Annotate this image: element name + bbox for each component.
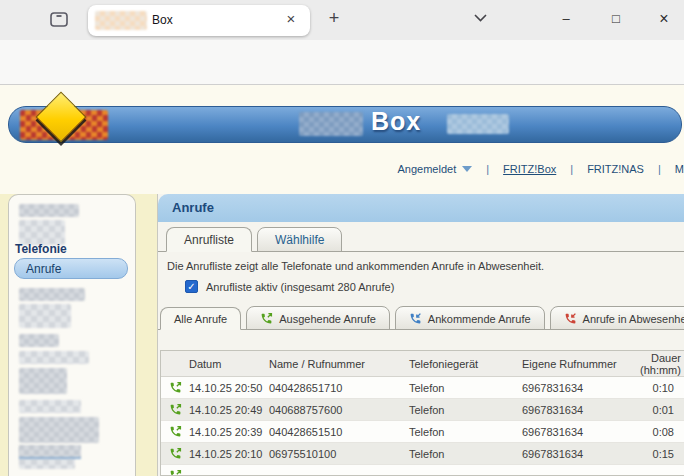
tab-waehlhilfe[interactable]: Wählhilfe bbox=[257, 227, 342, 252]
brand-prefix-redacted bbox=[299, 112, 363, 136]
sidebar-item-anrufe-active[interactable]: Anrufe bbox=[14, 258, 128, 279]
header-datum: Datum bbox=[189, 358, 269, 370]
separator: | bbox=[486, 163, 489, 175]
browser-toolbar: 80% ☆ ≡ bbox=[0, 40, 684, 85]
nav-link-fritzbox[interactable]: FRITZ!Box bbox=[503, 163, 556, 175]
main-panel: Anrufe Anrufliste Wählhilfe Die Anruflis… bbox=[157, 194, 684, 476]
sidebar-item-redacted[interactable] bbox=[19, 368, 67, 394]
cell-telefoniegeraet: Telefon bbox=[409, 382, 522, 394]
tab-close-icon[interactable]: × bbox=[280, 10, 302, 31]
phone-missed-icon bbox=[564, 312, 577, 325]
sidebar-item-redacted[interactable] bbox=[19, 351, 89, 364]
cell-dauer: 0:10 bbox=[640, 382, 684, 394]
cell-eigene-rufnummer: 6967831634 bbox=[522, 426, 640, 438]
cell-datum: 14.10.25 20:39 bbox=[189, 426, 269, 438]
filter-tab-label: Ausgehende Anrufe bbox=[279, 313, 376, 325]
cell-eigene-rufnummer: 6967831634 bbox=[522, 448, 640, 460]
description-text: Die Anrufliste zeigt alle Telefonate und… bbox=[167, 260, 544, 272]
filter-tab-label: Anrufe in Abwesenheit bbox=[583, 313, 684, 325]
tab-list-chevron-icon[interactable] bbox=[474, 14, 487, 22]
anrufliste-aktiv-checkbox[interactable]: ✓ bbox=[185, 280, 198, 293]
header-eigene-rufnummer: Eigene Rufnummer bbox=[522, 358, 640, 370]
header-telefoniegeraet: Telefoniegerät bbox=[409, 358, 522, 370]
sidebar-menu: Telefonie Anrufe bbox=[8, 194, 136, 476]
browser-tabstrip: Box × + – □ × bbox=[0, 0, 684, 40]
phone-incoming-icon bbox=[409, 312, 422, 325]
nav-link-fritznas[interactable]: FRITZ!NAS bbox=[587, 163, 644, 175]
cell-telefoniegeraet: Telefon bbox=[409, 448, 522, 460]
firefox-view-icon[interactable] bbox=[50, 12, 68, 27]
cell-telefoniegeraet: Telefon bbox=[409, 426, 522, 438]
checkbox-label: Anrufliste aktiv (insgesamt 280 Anrufe) bbox=[206, 281, 394, 293]
filter-tab-abwesenheit[interactable]: Anrufe in Abwesenheit bbox=[550, 306, 684, 330]
new-tab-button[interactable]: + bbox=[322, 8, 346, 32]
cell-name-rufnummer: 040428651710 bbox=[269, 382, 409, 394]
table-row[interactable]: 14.10.25 20:39 040428651510 Telefon 6967… bbox=[161, 421, 684, 443]
header-dauer-line1: Dauer bbox=[651, 352, 681, 364]
call-type-icon bbox=[169, 403, 182, 416]
filter-tab-label: Alle Anrufe bbox=[174, 313, 227, 325]
header-name-rufnummer: Name / Rufnummer bbox=[269, 358, 409, 370]
cell-name-rufnummer: 040428651510 bbox=[269, 426, 409, 438]
sidebar-bottom-link-redacted[interactable] bbox=[19, 445, 81, 459]
table-row[interactable]: 14.10.25 20:49 040688757600 Telefon 6967… bbox=[161, 399, 684, 421]
table-row[interactable]: 14.10.25 20:10 06975510100 Telefon 69678… bbox=[161, 443, 684, 465]
cell-datum: 14.10.25 20:50 bbox=[189, 382, 269, 394]
header-dauer-line2: (hh:mm) bbox=[640, 364, 681, 376]
logged-in-menu[interactable]: Angemeldet bbox=[398, 163, 457, 175]
cell-telefoniegeraet: Telefon bbox=[409, 404, 522, 416]
window-close-button[interactable]: × bbox=[648, 6, 680, 32]
cell-dauer: 0:01 bbox=[640, 404, 684, 416]
cell-dauer: 0:15 bbox=[640, 448, 684, 460]
sidebar-item-redacted[interactable] bbox=[19, 304, 71, 328]
sidebar-item-redacted[interactable] bbox=[19, 400, 81, 413]
nav-link-myfritz-truncated[interactable]: M bbox=[675, 163, 684, 175]
session-bar: Angemeldet | FRITZ!Box | FRITZ!NAS | M bbox=[0, 161, 684, 177]
checkbox-row: ✓ Anrufliste aktiv (insgesamt 280 Anrufe… bbox=[185, 280, 394, 293]
cell-datum: 14.10.25 20:10 bbox=[189, 448, 269, 460]
filter-tab-label: Ankommende Anrufe bbox=[428, 313, 531, 325]
tab-anrufliste[interactable]: Anrufliste bbox=[166, 227, 252, 252]
brand-title: Box bbox=[371, 107, 421, 136]
cell-name-rufnummer: 040688757600 bbox=[269, 404, 409, 416]
separator: | bbox=[570, 163, 573, 175]
cell-dauer: 0:08 bbox=[640, 426, 684, 438]
table-row[interactable] bbox=[161, 465, 684, 476]
sidebar-item-redacted[interactable] bbox=[19, 334, 59, 347]
filter-tab-row: Alle Anrufe Ausgehende Anrufe Ankommende… bbox=[158, 303, 684, 330]
phone-outgoing-icon bbox=[260, 312, 273, 325]
page-content: Box Angemeldet | FRITZ!Box | FRITZ!NAS |… bbox=[0, 86, 684, 476]
sidebar-item-redacted[interactable] bbox=[19, 288, 85, 301]
table-body: 14.10.25 20:50 040428651710 Telefon 6967… bbox=[161, 377, 684, 476]
dropdown-arrow-icon[interactable] bbox=[462, 166, 472, 172]
tab-title: Box bbox=[152, 13, 173, 27]
cell-eigene-rufnummer: 6967831634 bbox=[522, 382, 640, 394]
filter-tab-ankommende[interactable]: Ankommende Anrufe bbox=[395, 306, 545, 330]
call-list-table: Datum Name / Rufnummer Telefoniegerät Ei… bbox=[160, 350, 684, 476]
table-header: Datum Name / Rufnummer Telefoniegerät Ei… bbox=[161, 351, 684, 377]
call-type-icon bbox=[169, 469, 182, 476]
separator: | bbox=[658, 163, 661, 175]
sidebar-item-redacted[interactable] bbox=[19, 204, 79, 217]
sidebar-item-redacted[interactable] bbox=[19, 417, 99, 443]
call-type-icon bbox=[169, 381, 182, 394]
app-window: Box × + – □ × 80% ☆ bbox=[0, 0, 684, 476]
window-maximize-button[interactable]: □ bbox=[600, 6, 632, 32]
call-type-icon bbox=[169, 447, 182, 460]
cell-eigene-rufnummer: 6967831634 bbox=[522, 404, 640, 416]
sidebar-section-telefonie[interactable]: Telefonie bbox=[15, 242, 67, 256]
call-type-icon bbox=[169, 425, 182, 438]
brand-model-redacted bbox=[447, 114, 509, 134]
page-title: Anrufe bbox=[158, 194, 684, 222]
header-dauer: Dauer (hh:mm) bbox=[640, 352, 684, 376]
main-tab-row: Anrufliste Wählhilfe bbox=[158, 225, 684, 252]
tab-favicon-redacted bbox=[95, 11, 147, 30]
window-minimize-button[interactable]: – bbox=[550, 6, 582, 32]
cell-name-rufnummer: 06975510100 bbox=[269, 448, 409, 460]
filter-tab-alle-anrufe[interactable]: Alle Anrufe bbox=[160, 307, 241, 330]
browser-tab[interactable]: Box × bbox=[88, 5, 310, 36]
filter-tab-ausgehende[interactable]: Ausgehende Anrufe bbox=[246, 306, 390, 330]
cell-datum: 14.10.25 20:49 bbox=[189, 404, 269, 416]
table-row[interactable]: 14.10.25 20:50 040428651710 Telefon 6967… bbox=[161, 377, 684, 399]
